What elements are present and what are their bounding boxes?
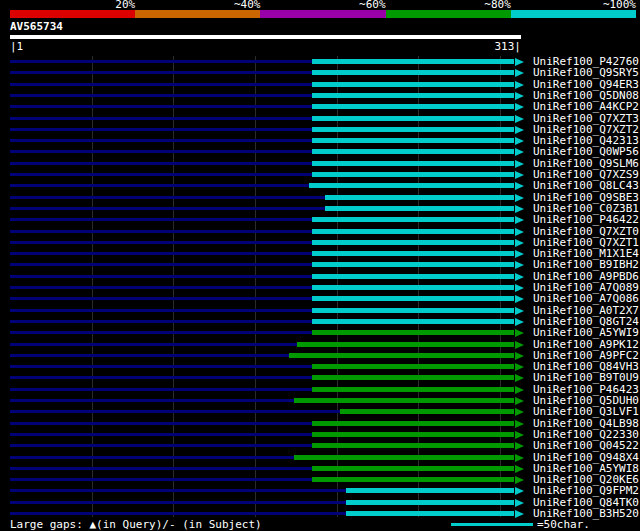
hit-label[interactable]: UniRef100_Q04522 xyxy=(533,440,639,451)
query-extent-line xyxy=(10,456,294,459)
hit-label[interactable]: UniRef100_Q8LC43 xyxy=(533,180,639,191)
query-extent-line xyxy=(10,410,340,413)
hit-label[interactable]: UniRef100_A5YWI9 xyxy=(533,327,639,338)
hit-bar[interactable] xyxy=(312,104,514,109)
hit-arrow-icon[interactable] xyxy=(515,171,524,179)
hit-arrow-icon[interactable] xyxy=(515,239,524,247)
query-extent-line xyxy=(10,71,312,74)
hit-label[interactable]: UniRef100_Q9FPM2 xyxy=(533,485,639,496)
hit-arrow-icon[interactable] xyxy=(515,352,524,360)
hit-bar[interactable] xyxy=(325,206,514,211)
hit-bar[interactable] xyxy=(312,93,514,98)
hit-arrow-icon[interactable] xyxy=(515,137,524,145)
hit-bar[interactable] xyxy=(312,240,514,245)
hit-label[interactable]: UniRef100_Q3LVF1 xyxy=(533,406,639,417)
hit-bar[interactable] xyxy=(312,251,514,256)
hit-arrow-icon[interactable] xyxy=(515,182,524,190)
hit-bar[interactable] xyxy=(312,59,514,64)
hit-arrow-icon[interactable] xyxy=(515,273,524,281)
hit-bar[interactable] xyxy=(312,262,514,267)
hit-bar[interactable] xyxy=(312,466,514,471)
hit-arrow-icon[interactable] xyxy=(515,92,524,100)
hit-bar[interactable] xyxy=(289,353,514,358)
hit-arrow-icon[interactable] xyxy=(515,329,524,337)
hit-arrow-icon[interactable] xyxy=(515,295,524,303)
query-extent-line xyxy=(10,467,312,470)
hit-bar[interactable] xyxy=(346,511,514,516)
hit-bar[interactable] xyxy=(312,229,514,234)
hit-arrow-icon[interactable] xyxy=(515,408,524,416)
hit-bar[interactable] xyxy=(312,149,514,154)
hit-arrow-icon[interactable] xyxy=(515,465,524,473)
hit-bar[interactable] xyxy=(312,432,514,437)
hit-arrow-icon[interactable] xyxy=(515,454,524,462)
hit-bar[interactable] xyxy=(312,319,514,324)
hit-arrow-icon[interactable] xyxy=(515,499,524,507)
hit-arrow-icon[interactable] xyxy=(515,374,524,382)
hit-bar[interactable] xyxy=(312,116,514,121)
hit-label[interactable]: UniRef100_A7Q086 xyxy=(533,293,639,304)
hit-bar[interactable] xyxy=(312,330,514,335)
hit-arrow-icon[interactable] xyxy=(515,194,524,202)
hit-label[interactable]: UniRef100_Q9SRY5 xyxy=(533,67,639,78)
hit-label[interactable]: UniRef100_P46422 xyxy=(533,214,639,225)
hit-arrow-icon[interactable] xyxy=(515,160,524,168)
hit-arrow-icon[interactable] xyxy=(515,487,524,495)
hit-bar[interactable] xyxy=(312,70,514,75)
query-extent-line xyxy=(10,501,346,504)
hit-arrow-icon[interactable] xyxy=(515,58,524,66)
hit-bar[interactable] xyxy=(312,421,514,426)
hit-arrow-icon[interactable] xyxy=(515,103,524,111)
hit-label[interactable]: UniRef100_A4KCP2 xyxy=(533,101,639,112)
hit-bar[interactable] xyxy=(312,308,514,313)
hit-arrow-icon[interactable] xyxy=(515,205,524,213)
hit-arrow-icon[interactable] xyxy=(515,510,524,518)
hit-bar[interactable] xyxy=(312,161,514,166)
hit-arrow-icon[interactable] xyxy=(515,228,524,236)
hit-bar[interactable] xyxy=(312,477,514,482)
hit-bar[interactable] xyxy=(312,375,514,380)
hit-arrow-icon[interactable] xyxy=(515,431,524,439)
hit-bar[interactable] xyxy=(312,172,514,177)
hit-arrow-icon[interactable] xyxy=(515,363,524,371)
hit-bar[interactable] xyxy=(312,127,514,132)
hit-arrow-icon[interactable] xyxy=(515,420,524,428)
hit-bar[interactable] xyxy=(325,195,514,200)
hit-label[interactable]: UniRef100_Q0WP56 xyxy=(533,146,639,157)
hit-arrow-icon[interactable] xyxy=(515,341,524,349)
hit-bar[interactable] xyxy=(312,285,514,290)
hit-arrow-icon[interactable] xyxy=(515,442,524,450)
hit-bar[interactable] xyxy=(312,274,514,279)
hit-bar[interactable] xyxy=(340,409,514,414)
blast-alignment-overview: 20%~40%~60%~80%~100% AV565734 |1 313| Un… xyxy=(0,0,640,531)
hit-arrow-icon[interactable] xyxy=(515,69,524,77)
hit-bar[interactable] xyxy=(309,183,514,188)
hit-label[interactable]: UniRef100_B9IBH2 xyxy=(533,259,639,270)
hit-bar[interactable] xyxy=(312,217,514,222)
hit-bar[interactable] xyxy=(346,488,514,493)
hit-arrow-icon[interactable] xyxy=(515,250,524,258)
hit-bar[interactable] xyxy=(346,500,514,505)
hit-arrow-icon[interactable] xyxy=(515,397,524,405)
hit-arrow-icon[interactable] xyxy=(515,115,524,123)
hit-bar[interactable] xyxy=(312,443,514,448)
hit-bar[interactable] xyxy=(312,138,514,143)
hit-bar[interactable] xyxy=(312,364,514,369)
hit-arrow-icon[interactable] xyxy=(515,307,524,315)
hit-arrow-icon[interactable] xyxy=(515,476,524,484)
hit-arrow-icon[interactable] xyxy=(515,284,524,292)
hit-bar[interactable] xyxy=(294,455,514,460)
hit-arrow-icon[interactable] xyxy=(515,81,524,89)
hit-arrow-icon[interactable] xyxy=(515,386,524,394)
hit-arrow-icon[interactable] xyxy=(515,261,524,269)
hit-bar[interactable] xyxy=(312,387,514,392)
hit-bar[interactable] xyxy=(312,296,514,301)
hit-arrow-icon[interactable] xyxy=(515,148,524,156)
hit-bar[interactable] xyxy=(294,398,514,403)
hit-label[interactable]: UniRef100_B9T0U9 xyxy=(533,372,639,383)
hit-bar[interactable] xyxy=(297,342,514,347)
hit-bar[interactable] xyxy=(312,82,514,87)
hit-arrow-icon[interactable] xyxy=(515,126,524,134)
hit-arrow-icon[interactable] xyxy=(515,318,524,326)
hit-arrow-icon[interactable] xyxy=(515,216,524,224)
